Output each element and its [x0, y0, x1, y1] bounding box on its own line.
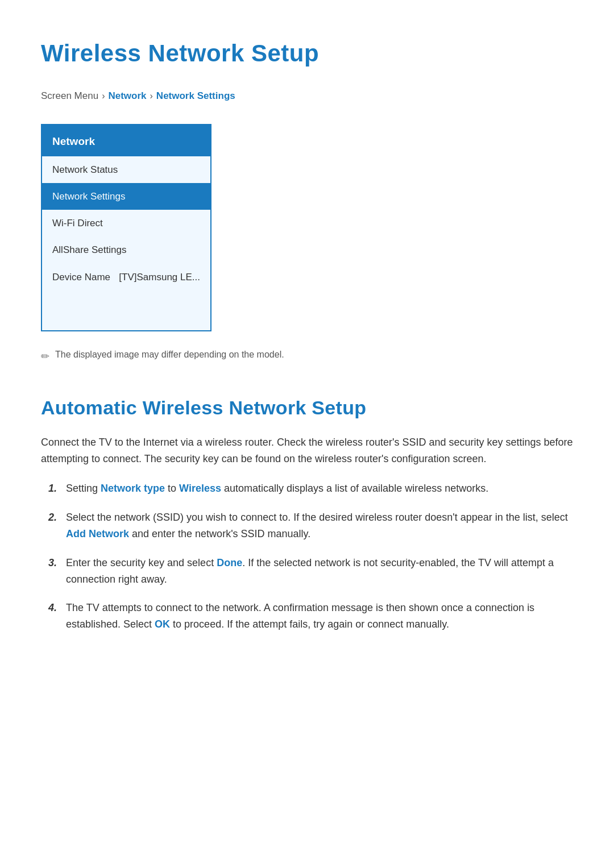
page-title: Wireless Network Setup: [41, 34, 573, 72]
step-1-highlight-1: Network type: [101, 483, 165, 494]
step-3-highlight-1: Done: [217, 557, 242, 568]
step-4-number: 4.: [41, 600, 57, 616]
step-2-highlight-1: Add Network: [66, 528, 129, 539]
tv-menu-item-wifi-direct[interactable]: Wi-Fi Direct: [42, 210, 210, 236]
tv-menu-item-allshare[interactable]: AllShare Settings: [42, 236, 210, 263]
tv-menu-device-name-value: [TV]Samsung LE...: [119, 269, 200, 285]
step-1-highlight-2: Wireless: [179, 483, 221, 494]
steps-list: 1. Setting Network type to Wireless auto…: [41, 480, 573, 633]
tv-menu: Network Network Status Network Settings …: [41, 124, 211, 331]
step-2: 2. Select the network (SSID) you wish to…: [41, 509, 573, 542]
step-3-text: Enter the security key and select Done. …: [66, 555, 573, 588]
auto-section-title: Automatic Wireless Network Setup: [41, 392, 573, 423]
breadcrumb-separator-1: ›: [102, 89, 105, 103]
step-4-highlight-1: OK: [155, 618, 170, 630]
step-3-number: 3.: [41, 555, 57, 571]
breadcrumb-screen-menu: Screen Menu: [41, 88, 98, 103]
step-1-number: 1.: [41, 480, 57, 497]
step-3: 3. Enter the security key and select Don…: [41, 555, 573, 588]
tv-menu-item-network-status[interactable]: Network Status: [42, 156, 210, 183]
auto-wireless-section: Automatic Wireless Network Setup Connect…: [41, 392, 573, 633]
auto-section-intro: Connect the TV to the Internet via a wir…: [41, 434, 573, 467]
note-text: The displayed image may differ depending…: [55, 347, 284, 362]
step-4-text: The TV attempts to connect to the networ…: [66, 600, 573, 633]
step-2-number: 2.: [41, 509, 57, 526]
note: ✏ The displayed image may differ dependi…: [41, 347, 573, 365]
tv-menu-device-name-label: Device Name: [52, 269, 110, 285]
tv-menu-body: Network Status Network Settings Wi-Fi Di…: [42, 156, 210, 330]
tv-menu-spacer: [42, 290, 210, 330]
step-4: 4. The TV attempts to connect to the net…: [41, 600, 573, 633]
breadcrumb-network[interactable]: Network: [108, 88, 146, 103]
tv-menu-item-network-settings[interactable]: Network Settings: [42, 183, 210, 210]
breadcrumb-network-settings[interactable]: Network Settings: [156, 88, 235, 103]
breadcrumb-separator-2: ›: [150, 89, 153, 103]
tv-menu-header: Network: [42, 125, 210, 156]
tv-menu-item-device-name: Device Name [TV]Samsung LE...: [42, 264, 210, 290]
pencil-icon: ✏: [41, 348, 49, 365]
breadcrumb: Screen Menu › Network › Network Settings: [41, 88, 573, 103]
step-2-text: Select the network (SSID) you wish to co…: [66, 509, 573, 542]
step-1-text: Setting Network type to Wireless automat…: [66, 480, 573, 497]
step-1: 1. Setting Network type to Wireless auto…: [41, 480, 573, 497]
